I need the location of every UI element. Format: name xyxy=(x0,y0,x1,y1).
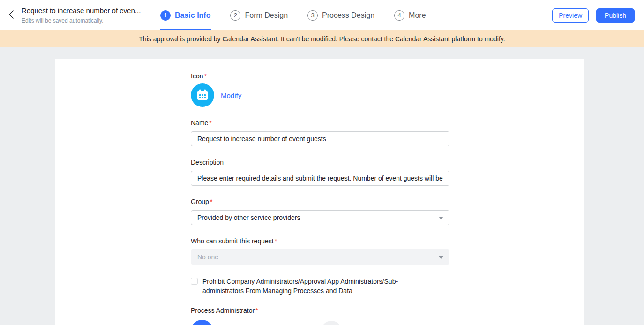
process-admin-members: Jim xyxy=(191,320,449,325)
admin-member-name: Jim xyxy=(220,320,230,325)
required-asterisk: * xyxy=(255,307,258,314)
process-admin-field: Process Administrator* Jim xyxy=(191,307,449,325)
group-select-value: Provided by other service providers xyxy=(197,214,300,221)
description-input[interactable] xyxy=(191,171,449,186)
step-label-more: More xyxy=(409,11,426,20)
avatar xyxy=(191,320,213,325)
top-header: Request to increase number of even... Ed… xyxy=(0,0,644,30)
submitter-select: No one xyxy=(191,249,449,265)
basic-info-card: Icon* xyxy=(55,59,584,325)
name-input[interactable] xyxy=(191,131,449,146)
chevron-left-icon xyxy=(8,10,15,21)
required-asterisk: * xyxy=(210,198,212,205)
group-field: Group* Provided by other service provide… xyxy=(191,198,449,225)
tab-process-design[interactable]: 3 Process Design xyxy=(307,0,374,30)
prohibit-admins-option: Prohibit Company Administrators/Approval… xyxy=(191,277,449,295)
autosave-status: Edits will be saved automatically. xyxy=(22,17,160,24)
warning-banner-text: This approval is provided by Calendar As… xyxy=(139,35,505,43)
warning-banner: This approval is provided by Calendar As… xyxy=(0,30,644,47)
step-number-2: 2 xyxy=(230,10,240,21)
publish-button[interactable]: Publish xyxy=(596,8,635,23)
description-field: Description xyxy=(191,159,449,186)
step-label-process-design: Process Design xyxy=(322,11,374,20)
icon-field: Icon* xyxy=(191,72,449,107)
group-field-label: Group* xyxy=(191,198,449,205)
submitter-select-value: No one xyxy=(197,253,218,261)
step-number-3: 3 xyxy=(307,10,318,21)
submitter-field-label: Who can submit this request* xyxy=(191,237,449,245)
stepper: 1 Basic Info 2 Form Design 3 Process Des… xyxy=(160,0,426,30)
title-block: Request to increase number of even... Ed… xyxy=(22,0,160,30)
step-label-form-design: Form Design xyxy=(245,11,288,20)
required-asterisk: * xyxy=(209,119,211,127)
tab-form-design[interactable]: 2 Form Design xyxy=(230,0,288,30)
icon-row: Modify xyxy=(191,83,449,107)
modify-icon-link[interactable]: Modify xyxy=(221,91,241,99)
admin-member-item: Jim xyxy=(191,320,321,325)
back-button[interactable] xyxy=(4,0,19,30)
chevron-down-icon xyxy=(439,217,443,219)
prohibit-admins-label[interactable]: Prohibit Company Administrators/Approval… xyxy=(202,277,416,295)
basic-info-form: Icon* xyxy=(191,59,449,325)
step-number-1: 1 xyxy=(160,10,171,21)
required-asterisk: * xyxy=(275,237,277,245)
page-title: Request to increase number of even... xyxy=(22,6,160,15)
tab-basic-info[interactable]: 1 Basic Info xyxy=(160,0,210,30)
preview-button[interactable]: Preview xyxy=(552,8,589,23)
description-field-label: Description xyxy=(191,159,449,166)
required-asterisk: * xyxy=(204,72,206,80)
process-admin-label: Process Administrator* xyxy=(191,307,449,314)
step-label-basic-info: Basic Info xyxy=(175,11,210,20)
main-area: Icon* xyxy=(0,47,644,325)
icon-field-label: Icon* xyxy=(191,72,449,80)
prohibit-admins-checkbox[interactable] xyxy=(191,278,198,285)
tab-more[interactable]: 4 More xyxy=(394,0,426,30)
step-number-4: 4 xyxy=(394,10,404,21)
submitter-field: Who can submit this request* No one xyxy=(191,237,449,265)
name-field: Name* xyxy=(191,119,449,146)
group-select[interactable]: Provided by other service providers xyxy=(191,210,449,225)
avatar-placeholder[interactable] xyxy=(321,321,342,325)
calendar-icon xyxy=(191,83,214,107)
header-actions: Preview Publish xyxy=(552,0,644,30)
name-field-label: Name* xyxy=(191,119,449,127)
chevron-down-icon xyxy=(439,256,443,259)
